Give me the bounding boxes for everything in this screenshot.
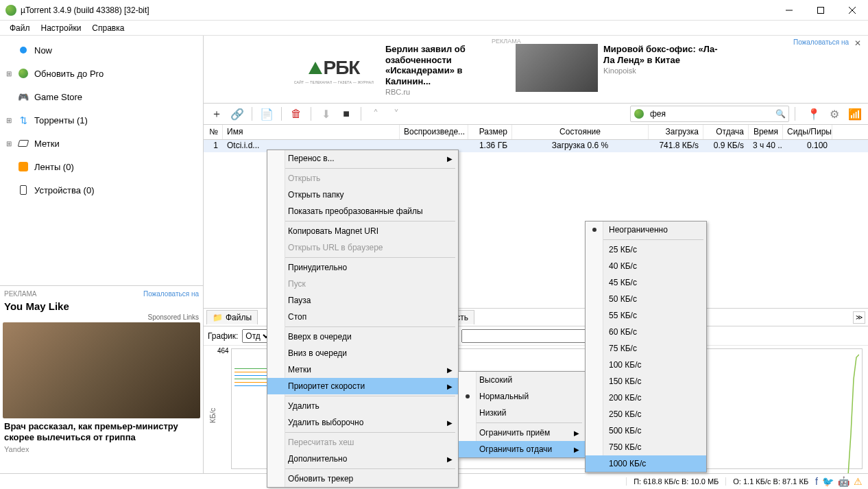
context-menu-item[interactable]: 25 КБ/с xyxy=(586,241,706,258)
tab-label: Файлы xyxy=(226,313,252,322)
sidebar-item-torrents[interactable]: ⊞⇅ Торренты (1) xyxy=(0,108,203,132)
context-menu-item[interactable]: Метки▶ xyxy=(267,361,458,378)
col-up[interactable]: Отдача xyxy=(703,125,749,139)
context-menu-item[interactable]: Удалить xyxy=(267,398,458,414)
context-menu-item[interactable]: 250 КБ/с xyxy=(586,406,706,422)
tab-files[interactable]: 📁Файлы xyxy=(206,310,258,324)
context-menu-item[interactable]: 750 КБ/с xyxy=(586,439,706,455)
ad-title[interactable]: Врач рассказал, как премьер-министру ско… xyxy=(3,418,200,445)
context-menu-item[interactable]: 75 КБ/с xyxy=(586,340,706,357)
context-menu-item[interactable]: Приоритет скорости▶ xyxy=(267,378,458,394)
sidebar-item-feeds[interactable]: Ленты (0) xyxy=(0,155,203,178)
sidebar-item-gamestore[interactable]: 🎮 Game Store xyxy=(0,85,203,108)
start-button[interactable]: ⬇ xyxy=(317,105,335,123)
context-menu-item[interactable]: Низкий xyxy=(459,405,585,421)
minimize-button[interactable] xyxy=(773,0,805,21)
context-menu-item[interactable]: Неограниченно xyxy=(586,222,706,238)
add-torrent-button[interactable]: ＋ xyxy=(208,105,226,123)
context-menu-item[interactable]: Стоп xyxy=(267,309,458,325)
add-url-button[interactable]: 🔗 xyxy=(228,105,246,123)
context-menu-item[interactable]: Пауза xyxy=(267,292,458,309)
ad-image[interactable] xyxy=(3,322,200,418)
search-icon[interactable]: 🔍 xyxy=(772,109,788,119)
graph-label: График: xyxy=(208,331,238,341)
move-up-button[interactable]: ˄ xyxy=(367,105,385,123)
delete-button[interactable]: 🗑 xyxy=(287,105,305,123)
close-button[interactable] xyxy=(836,0,868,21)
context-menu-item[interactable]: Пуск xyxy=(267,276,458,292)
maximize-button[interactable] xyxy=(805,0,836,21)
col-size[interactable]: Размер xyxy=(468,125,512,139)
cell-seeds: 0.100 xyxy=(783,140,832,152)
context-menu-item[interactable]: Вверх в очереди xyxy=(267,329,458,345)
context-menu-item[interactable]: 55 КБ/с xyxy=(586,307,706,324)
create-torrent-button[interactable]: 📄 xyxy=(258,105,276,123)
facebook-icon[interactable]: f xyxy=(815,476,818,487)
menu-bar: Файл Настройки Справка xyxy=(0,21,868,36)
context-menu-item[interactable]: Дополнительно▶ xyxy=(267,451,458,467)
menu-settings[interactable]: Настройки xyxy=(36,22,87,34)
context-menu-item[interactable]: 500 КБ/с xyxy=(586,422,706,439)
context-menu-item[interactable]: Открыть xyxy=(267,170,458,187)
search-input[interactable] xyxy=(647,109,772,119)
ad-complain[interactable]: Пожаловаться на xyxy=(143,290,199,298)
col-name[interactable]: Имя xyxy=(223,125,400,139)
expand-icon[interactable]: ⊞ xyxy=(5,117,12,124)
col-time[interactable]: Время xyxy=(749,125,783,139)
rbk-logo[interactable]: РБК САЙТ — ТЕЛЕКАНАЛ — ГАЗЕТА — ЖУРНАЛ xyxy=(289,47,378,95)
context-menu-item[interactable]: Принудительно xyxy=(267,259,458,276)
expand-icon[interactable]: ⊞ xyxy=(5,70,12,77)
preferences-button[interactable]: ⚙ xyxy=(825,105,843,123)
context-menu-item[interactable]: Перенос в...▶ xyxy=(267,150,458,167)
context-menu-item[interactable]: Открыть папку xyxy=(267,187,458,203)
menu-file[interactable]: Файл xyxy=(4,22,36,34)
context-menu-item[interactable]: Удалить выборочно▶ xyxy=(267,414,458,431)
context-menu-item[interactable]: Вниз в очереди xyxy=(267,345,458,361)
move-down-button[interactable]: ˅ xyxy=(387,105,405,123)
sidebar-item-labels[interactable]: ⊞ Метки xyxy=(0,132,203,155)
context-menu-item[interactable]: Пересчитать хеш xyxy=(267,434,458,451)
context-menu-item[interactable]: 50 КБ/с xyxy=(586,291,706,307)
sidebar-item-devices[interactable]: Устройства (0) xyxy=(0,178,203,202)
context-menu-item[interactable]: Открыть URL в браузере xyxy=(267,239,458,256)
context-menu-item[interactable]: 40 КБ/с xyxy=(586,258,706,274)
sidebar-item-now[interactable]: Now xyxy=(0,38,203,62)
col-status[interactable]: Состояние xyxy=(512,125,649,139)
news-item-2[interactable]: Мировой бокс-офис: «Ла-Ла Ленд» в Китае … xyxy=(516,44,727,92)
context-menu-item[interactable]: Нормальный xyxy=(459,388,585,405)
ad-sponsored: Sponsored Links xyxy=(3,313,200,322)
col-play[interactable]: Воспроизведе... xyxy=(400,125,468,139)
remote-button[interactable]: 📍 xyxy=(805,105,823,123)
col-seeds[interactable]: Сиды/Пиры xyxy=(783,125,832,139)
search-box: 🔍 xyxy=(630,106,789,122)
context-menu-item[interactable]: 1000 КБ/с xyxy=(586,455,706,472)
context-menu-item[interactable]: Ограничить приём▶ xyxy=(459,425,585,441)
warning-icon[interactable]: ⚠ xyxy=(854,476,863,487)
ad-close-icon[interactable]: ✕ xyxy=(854,38,861,48)
sidebar-item-upgrade[interactable]: ⊞ Обновить до Pro xyxy=(0,62,203,85)
stop-button[interactable]: ■ xyxy=(337,105,355,123)
expand-icon[interactable]: ⊞ xyxy=(5,140,12,147)
search-engine-icon[interactable] xyxy=(634,109,644,119)
context-menu-item[interactable]: Ограничить отдачи▶ xyxy=(459,441,585,457)
submenu-arrow-icon: ▶ xyxy=(574,429,579,437)
col-num[interactable]: № xyxy=(204,125,223,139)
col-down[interactable]: Загрузка xyxy=(649,125,703,139)
context-menu-item[interactable]: Копировать Magnet URI xyxy=(267,223,458,239)
context-menu-item[interactable]: Показать преобразованные файлы xyxy=(267,203,458,219)
tag-icon xyxy=(18,140,29,147)
context-menu-item[interactable]: 100 КБ/с xyxy=(586,357,706,373)
context-menu-item[interactable]: 150 КБ/с xyxy=(586,373,706,390)
context-menu-item[interactable]: 60 КБ/с xyxy=(586,324,706,340)
subscribe-button[interactable]: 📶 xyxy=(846,105,864,123)
context-menu-item[interactable]: Обновить трекер xyxy=(267,470,458,487)
twitter-icon[interactable]: 🐦 xyxy=(822,476,834,487)
ad-complain[interactable]: Пожаловаться на xyxy=(793,38,849,46)
context-menu-item[interactable]: 200 КБ/с xyxy=(586,390,706,406)
news-item-1[interactable]: Берлин заявил об озабоченности «Искандер… xyxy=(385,44,509,96)
context-menu-item[interactable]: 45 КБ/с xyxy=(586,274,706,291)
menu-help[interactable]: Справка xyxy=(86,22,130,34)
context-menu-item[interactable]: Высокий xyxy=(459,372,585,388)
tabs-more-button[interactable]: ≫ xyxy=(853,311,865,324)
android-icon[interactable]: 🤖 xyxy=(838,476,849,487)
